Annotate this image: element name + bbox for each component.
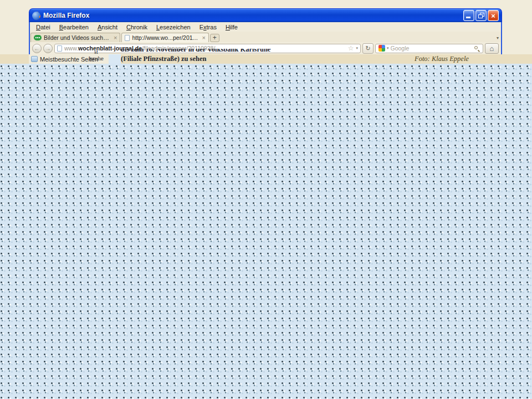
window-title: Mozilla Firefox (43, 12, 463, 19)
search-magnifier-icon[interactable] (474, 45, 480, 52)
menu-ansicht[interactable]: Ansicht (93, 24, 122, 30)
most-visited-folder-icon (31, 56, 38, 62)
new-tab-button[interactable]: + (210, 34, 219, 42)
window-titlebar: Mozilla Firefox × (29, 8, 502, 22)
search-engine-dropdown-icon[interactable]: ▾ (387, 46, 389, 50)
site-identity-icon (57, 45, 62, 52)
google-engine-icon[interactable] (378, 45, 385, 52)
page-favicon-icon (125, 35, 130, 41)
caption-line1-clipped: bis zum 16. November in der Volksbank Ka… (121, 49, 315, 54)
tab-bar: Bilder und Videos suchen: bis: ... × htt… (30, 32, 501, 42)
menu-hilfe[interactable]: Hilfe (221, 24, 242, 30)
search-bar[interactable]: ▾ (375, 44, 483, 53)
menu-bearbeiten[interactable]: Bearbeiten (55, 24, 93, 30)
minimize-icon (466, 17, 470, 18)
bookmark-dropdown-icon[interactable]: ▾ (356, 46, 358, 50)
close-button[interactable]: × (488, 10, 499, 21)
menu-lesezeichen[interactable]: Lesezeichen (152, 24, 195, 30)
close-icon: × (488, 11, 498, 21)
menu-datei[interactable]: Datei (32, 24, 55, 30)
tab-bilder-videos[interactable]: Bilder und Videos suchen: bis: ... × (30, 33, 120, 42)
photo-credit: Foto: Klaus Eppele (415, 55, 469, 63)
reload-button[interactable]: ↻ (362, 43, 374, 54)
bookmark-star-icon[interactable]: ☆ (348, 44, 354, 52)
caption-line2: (Filiale Pfinzstraße) zu sehen (121, 55, 207, 63)
tab-close-icon[interactable]: × (114, 35, 117, 40)
firefox-window: Mozilla Firefox × Datei Bearbeiten Ansic… (29, 8, 502, 54)
page-text-fragment: st (94, 49, 98, 55)
minimize-button[interactable] (463, 10, 474, 21)
menu-chronik[interactable]: Chronik (122, 24, 152, 30)
tab-close-icon[interactable]: × (202, 35, 205, 40)
search-input[interactable] (391, 45, 472, 52)
menu-extras[interactable]: Extras (195, 24, 221, 30)
slide-background: Mozilla Firefox × Datei Bearbeiten Ansic… (0, 0, 532, 399)
firefox-logo-icon (32, 12, 40, 20)
page-text-fragment: lsruhe (89, 55, 104, 62)
back-button[interactable]: ← (32, 44, 42, 53)
menu-bar: Datei Bearbeiten Ansicht Chronik Lesezei… (30, 22, 501, 32)
list-all-tabs-icon[interactable]: ▾ (497, 35, 499, 40)
forward-button[interactable]: → (43, 44, 53, 53)
epaper-page-sliver: Meistbesuchte Seiten lsruhe (Filiale Pfi… (0, 54, 532, 64)
page-column-gap (109, 54, 121, 64)
site-favicon-icon (34, 35, 42, 40)
restore-button[interactable] (475, 10, 487, 21)
home-button[interactable]: ⌂ (485, 43, 499, 54)
tab-wochenblatt-epaper[interactable]: http://www.wo...per/20110928/ × (121, 33, 208, 42)
